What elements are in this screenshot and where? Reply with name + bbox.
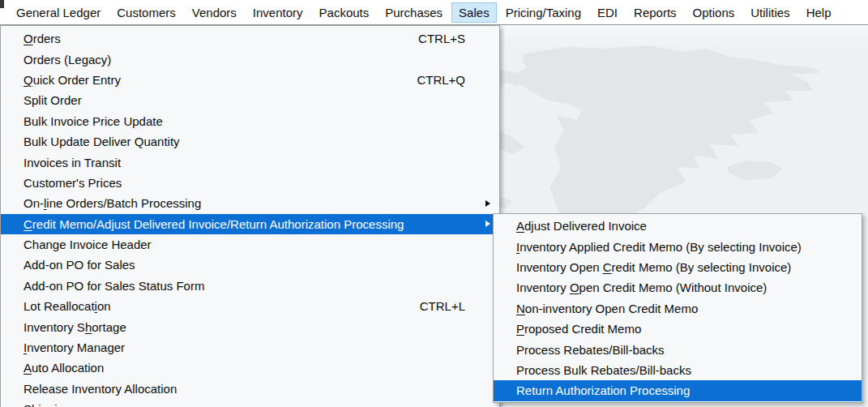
- menu-item-label: Auto Allocation: [24, 361, 104, 375]
- menu-item-customer-s-prices[interactable]: Customer's Prices: [1, 173, 499, 193]
- menu-item-label: Inventory Open Credit Memo (Without Invo…: [516, 281, 767, 294]
- menubar-item-general-ledger[interactable]: General Ledger: [9, 2, 108, 23]
- menubar-item-label: Customers: [117, 6, 176, 19]
- menubar-item-help[interactable]: Help: [799, 2, 839, 23]
- menubar-item-label: Reports: [634, 6, 677, 19]
- menu-item-label: Non-inventory Open Credit Memo: [516, 302, 698, 315]
- menu-item-process-rebates-bill-backs[interactable]: Process Rebates/Bill-backs: [494, 339, 862, 359]
- menubar-item-utilities[interactable]: Utilities: [743, 2, 797, 23]
- menu-item-process-bulk-rebates-bill-backs[interactable]: Process Bulk Rebates/Bill-backs: [494, 360, 862, 380]
- menu-item-label: Change Invoice Header: [24, 238, 152, 251]
- menu-item-label: Inventory Manager: [24, 341, 125, 354]
- menu-item-quick-order-entry[interactable]: Quick Order EntryCTRL+Q: [1, 70, 499, 90]
- menubar-item-label: Help: [806, 6, 832, 19]
- menu-item-label: Bulk Update Deliver Quantity: [24, 135, 180, 148]
- menubar-item-reports[interactable]: Reports: [626, 2, 684, 23]
- menu-item-label: Customer's Prices: [24, 176, 122, 190]
- menu-item-inventory-shortage[interactable]: Inventory Shortage: [1, 316, 499, 336]
- menu-item-shortcut: CTRL+Q: [417, 73, 490, 87]
- menu-item-credit-memo-adjust-delivered-invoice-return-authorization-processing[interactable]: Credit Memo/Adjust Delivered Invoice/Ret…: [1, 214, 499, 234]
- menu-item-release-inventory-allocation[interactable]: Release Inventory Allocation: [1, 379, 499, 399]
- menu-item-label: Inventory Shortage: [24, 320, 126, 334]
- menubar: General LedgerCustomersVendorsInventoryP…: [0, 0, 868, 25]
- menu-item-label: On-line Orders/Batch Processing: [24, 196, 201, 210]
- menu-item-inventory-open-credit-memo-by-selecting-invoice[interactable]: Inventory Open Credit Memo (By selecting…: [494, 257, 862, 277]
- menu-item-shortcut: CTRL+L: [420, 299, 490, 313]
- submenu-arrow-icon: [485, 221, 490, 227]
- menubar-item-label: Vendors: [192, 6, 237, 19]
- window-edge-artifact: [0, 0, 4, 8]
- menu-item-label: Orders: [24, 32, 61, 45]
- menubar-item-sales[interactable]: Sales: [451, 2, 497, 23]
- menubar-item-label: Options: [693, 6, 735, 19]
- menubar-item-label: Packouts: [319, 6, 370, 19]
- menubar-item-customers[interactable]: Customers: [109, 2, 183, 23]
- menu-item-non-inventory-open-credit-memo[interactable]: Non-inventory Open Credit Memo: [494, 298, 862, 319]
- menu-item-label: Release Inventory Allocation: [24, 382, 177, 396]
- menu-item-label: Process Bulk Rebates/Bill-backs: [516, 363, 691, 377]
- menu-item-label: Adjust Delivered Invoice: [516, 219, 647, 233]
- menu-item-label: Lot Reallocation: [24, 299, 111, 313]
- menu-item-bulk-invoice-price-update[interactable]: Bulk Invoice Price Update: [1, 111, 499, 131]
- menu-item-auto-allocation[interactable]: Auto Allocation: [1, 358, 499, 378]
- menu-item-invoices-in-transit[interactable]: Invoices in Transit: [1, 152, 499, 172]
- menu-item-adjust-delivered-invoice[interactable]: Adjust Delivered Invoice: [494, 216, 862, 236]
- menubar-item-options[interactable]: Options: [686, 2, 742, 23]
- menubar-item-edi[interactable]: EDI: [590, 2, 625, 23]
- menu-item-lot-reallocation[interactable]: Lot ReallocationCTRL+L: [1, 296, 499, 316]
- menubar-item-label: General Ledger: [16, 6, 100, 19]
- menu-item-split-order[interactable]: Split Order: [1, 90, 499, 110]
- menu-item-label: Shipping: [24, 402, 71, 407]
- menubar-item-vendors[interactable]: Vendors: [185, 2, 244, 23]
- menu-item-return-authorization-processing[interactable]: Return Authorization Processing: [494, 380, 862, 401]
- menu-item-label: Inventory Open Credit Memo (By selecting…: [516, 260, 791, 274]
- menu-item-label: Inventory Applied Credit Memo (By select…: [516, 240, 802, 254]
- credit-memo-submenu: Adjust Delivered InvoiceInventory Applie…: [493, 213, 862, 403]
- menubar-item-pricing-taxing[interactable]: Pricing/Taxing: [498, 2, 588, 23]
- menu-item-on-line-orders-batch-processing[interactable]: On-line Orders/Batch Processing: [1, 193, 499, 213]
- menu-item-inventory-manager[interactable]: Inventory Manager: [1, 337, 499, 358]
- menu-item-shipping[interactable]: Shipping: [1, 399, 499, 407]
- menubar-item-label: Purchases: [385, 6, 443, 19]
- sales-dropdown-menu: OrdersCTRL+SOrders (Legacy)Quick Order E…: [0, 25, 500, 407]
- menu-item-orders-legacy[interactable]: Orders (Legacy): [1, 49, 499, 69]
- menu-item-label: Return Authorization Processing: [516, 383, 690, 397]
- menu-item-label: Orders (Legacy): [24, 53, 111, 66]
- menu-item-orders[interactable]: OrdersCTRL+S: [1, 28, 499, 49]
- menu-item-label: Add-on PO for Sales Status Form: [24, 279, 204, 293]
- menubar-item-packouts[interactable]: Packouts: [312, 2, 377, 23]
- menu-item-label: Credit Memo/Adjust Delivered Invoice/Ret…: [24, 217, 404, 231]
- menubar-item-label: Sales: [459, 6, 490, 19]
- menubar-item-label: Utilities: [750, 6, 789, 19]
- menu-item-shortcut: CTRL+S: [418, 32, 490, 45]
- menu-item-proposed-credit-memo[interactable]: Proposed Credit Memo: [494, 319, 862, 339]
- menu-item-inventory-open-credit-memo-without-invoice[interactable]: Inventory Open Credit Memo (Without Invo…: [494, 277, 862, 298]
- menu-item-bulk-update-deliver-quantity[interactable]: Bulk Update Deliver Quantity: [1, 131, 499, 152]
- menu-item-label: Proposed Credit Memo: [516, 322, 641, 336]
- menu-item-label: Invoices in Transit: [24, 156, 121, 169]
- menubar-item-label: Inventory: [253, 6, 303, 19]
- menubar-item-inventory[interactable]: Inventory: [246, 2, 310, 23]
- submenu-arrow-icon: [485, 200, 490, 207]
- menu-item-add-on-po-for-sales-status-form[interactable]: Add-on PO for Sales Status Form: [1, 276, 499, 296]
- menubar-item-purchases[interactable]: Purchases: [378, 2, 450, 23]
- menu-item-label: Process Rebates/Bill-backs: [516, 343, 665, 357]
- menubar-item-label: EDI: [597, 6, 618, 19]
- menu-item-label: Add-on PO for Sales: [24, 258, 135, 272]
- menu-item-inventory-applied-credit-memo-by-selecting-invoice[interactable]: Inventory Applied Credit Memo (By select…: [494, 236, 862, 256]
- menu-item-label: Split Order: [24, 93, 82, 107]
- menu-item-add-on-po-for-sales[interactable]: Add-on PO for Sales: [1, 255, 499, 275]
- menu-item-label: Quick Order Entry: [24, 73, 121, 87]
- menu-item-change-invoice-header[interactable]: Change Invoice Header: [1, 234, 499, 255]
- menubar-item-label: Pricing/Taxing: [506, 6, 581, 19]
- menu-item-label: Bulk Invoice Price Update: [24, 114, 163, 128]
